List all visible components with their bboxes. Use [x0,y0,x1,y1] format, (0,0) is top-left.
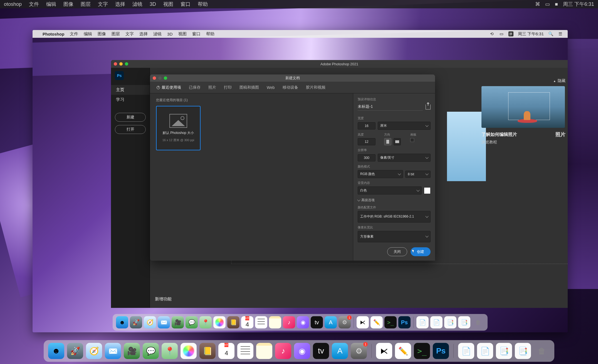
sync-icon[interactable]: ⟲ [490,31,495,36]
color-depth-select[interactable]: 8 bit [405,171,431,178]
outer-dock-reminders-icon[interactable] [237,343,253,359]
outer-menu-edit[interactable]: 编辑 [46,1,56,8]
outer-dock-doc-icon[interactable]: 📑 [515,343,531,359]
menu-view[interactable]: 视图 [178,31,187,37]
sidebar-new-button[interactable]: 新建 [115,113,146,122]
outer-dock-messages-icon[interactable]: 💬 [143,343,159,359]
background-select[interactable]: 白色 [358,186,422,195]
sidebar-item-learn[interactable]: 学习 [111,95,150,104]
outer-dock-brush-icon[interactable]: ✏️ [395,343,411,359]
dialog-maximize-button[interactable] [164,76,167,80]
outer-status-icon[interactable]: ▭ [545,1,550,7]
create-button[interactable]: 创建 [411,247,431,256]
tab-art[interactable]: 图稿和插图 [239,85,259,90]
pixel-aspect-select[interactable]: 方形像素 [358,231,431,243]
dock-messages-icon[interactable]: 💬 [186,316,198,328]
outer-dock-maps-icon[interactable]: 📍 [162,343,178,359]
export-preset-icon[interactable] [426,104,431,109]
inner-app-name[interactable]: Photoshop [43,32,64,36]
outer-clock[interactable]: 周三 下午6:31 [563,1,594,8]
tutorial-card[interactable]: 了解如何编辑照片 浏览教程 [481,86,565,145]
outer-dock-facetime-icon[interactable]: 🎥 [124,343,140,359]
dock-calendar-icon[interactable]: 8月 4 [241,316,253,328]
menu-help[interactable]: 帮助 [206,31,214,37]
outer-menu-layer[interactable]: 图层 [81,1,91,8]
dock-photoshop-icon[interactable]: Ps [398,316,411,328]
outer-dock-notes-icon[interactable] [256,343,272,359]
outer-menu-3d[interactable]: 3D [150,1,156,7]
menu-image[interactable]: 图像 [98,31,106,37]
tab-print[interactable]: 打印 [224,85,232,90]
orientation-portrait-button[interactable] [384,138,391,145]
control-center-icon[interactable]: ☰ [558,31,563,36]
dock-reminders-icon[interactable] [255,316,267,328]
dock-notes-icon[interactable] [269,316,281,328]
sidebar-item-home[interactable]: 主页 [111,85,150,95]
outer-dock-doc-icon[interactable]: 📑 [496,343,512,359]
outer-menu-select[interactable]: 选择 [115,1,125,8]
dock-doc-icon[interactable]: 📑 [458,316,470,328]
outer-menu-help[interactable]: 帮助 [198,1,208,8]
dock-photos-icon[interactable] [213,316,226,328]
tab-web[interactable]: Web [267,85,275,90]
outer-dock-figma-icon[interactable]: ⧔ [376,343,392,359]
outer-dock-trash-icon[interactable]: 🗑 [534,343,550,359]
height-input[interactable]: 12 [358,138,375,145]
outer-dock-contacts-icon[interactable]: 📒 [199,343,216,359]
orientation-landscape-button[interactable] [394,138,401,145]
outer-dock-podcasts-icon[interactable]: ◉ [294,343,310,359]
sidebar-open-button[interactable]: 打开 [115,125,146,134]
outer-dock-calendar-icon[interactable]: 8月 4 [218,343,234,359]
color-profile-select[interactable]: 工作中的 RGB: sRGB IEC61966-2.1 [358,211,431,223]
inner-clock[interactable]: 周三 下午6:31 [518,31,544,37]
dock-facetime-icon[interactable]: 🎥 [172,316,184,328]
display-icon[interactable]: ▭ [499,31,504,36]
tab-photo[interactable]: 照片 [208,85,216,90]
tab-mobile[interactable]: 移动设备 [283,85,298,90]
close-button[interactable]: 关闭 [387,247,407,256]
tab-film[interactable]: 胶片和视频 [306,85,325,90]
hide-suggestions-button[interactable]: ▲ 隐藏 [473,78,568,83]
document-name-input[interactable]: 未标题-1 [358,103,423,111]
dock-contacts-icon[interactable]: 📒 [227,316,239,328]
outer-input-icon[interactable]: ■ [555,1,558,7]
outer-menu-filter[interactable]: 滤镜 [132,1,142,8]
menu-edit[interactable]: 编辑 [84,31,92,37]
outer-menu-view[interactable]: 视图 [163,1,173,8]
menu-3d[interactable]: 3D [167,32,172,36]
artboard-checkbox[interactable] [410,138,414,142]
menu-type[interactable]: 文字 [125,31,134,37]
outer-dock-photoshop-icon[interactable]: Ps [433,343,449,359]
tutorial-browse-link[interactable]: 浏览教程 [481,140,565,145]
outer-dock-tv-icon[interactable]: tv [313,343,329,359]
background-color-swatch[interactable] [424,187,431,194]
dock-maps-icon[interactable]: 📍 [199,316,212,328]
dock-safari-icon[interactable]: 🧭 [144,316,156,328]
dock-doc-icon[interactable]: 📄 [416,316,429,328]
outer-dock-mail-icon[interactable]: ✉️ [105,343,121,359]
menu-window[interactable]: 窗口 [192,31,201,37]
outer-dock-preferences-icon[interactable]: ⚙1 [351,343,367,359]
outer-status-icon[interactable]: ⌘ [535,1,540,7]
outer-dock-appstore-icon[interactable]: A [332,343,348,359]
outer-dock-safari-icon[interactable]: 🧭 [86,343,102,359]
menu-filter[interactable]: 滤镜 [153,31,162,37]
dock-doc-icon[interactable]: 📑 [444,316,456,328]
maximize-window-button[interactable] [125,62,128,66]
outer-menu-file[interactable]: 文件 [29,1,39,8]
dock-finder-icon[interactable]: ☻ [116,316,128,328]
menu-select[interactable]: 选择 [139,31,148,37]
tab-recent[interactable]: 最近使用项 [157,85,181,90]
new-feature-label[interactable]: 新增功能 [155,296,172,302]
dock-terminal-icon[interactable]: >_ [384,316,397,328]
preset-tile-default[interactable]: 默认 Photoshop 大小 16 x 12 厘米 @ 300 ppi [156,106,201,150]
close-window-button[interactable] [114,62,117,66]
dock-figma-icon[interactable]: ⧔ [357,316,369,328]
outer-dock-doc-icon[interactable]: 📄 [477,343,493,359]
dock-doc-icon[interactable]: 📄 [430,316,443,328]
unit-select[interactable]: 厘米 [378,122,431,130]
outer-dock-photos-icon[interactable] [181,343,197,359]
color-mode-select[interactable]: RGB 颜色 [358,170,403,178]
menu-layer[interactable]: 图层 [112,31,120,37]
width-input[interactable]: 16 [358,122,375,129]
